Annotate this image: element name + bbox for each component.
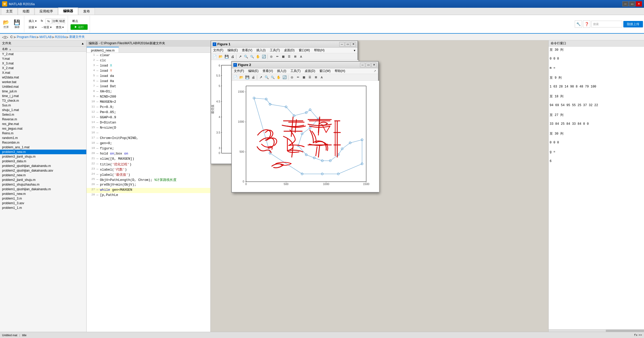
fig2-tb-save[interactable]: 💾 — [244, 75, 250, 80]
fig1-tb-pan[interactable]: ✋ — [255, 54, 261, 60]
fig1-tb-new[interactable]: 📄 — [212, 54, 218, 60]
fig2-tb-zoom-in[interactable]: 🔍 — [264, 75, 270, 80]
list-item-problem1shuju[interactable]: problem1_shujuzhauhau.m — [0, 182, 86, 187]
list-item-time-ij[interactable]: time_i_j.mat — [0, 94, 86, 98]
list-item-untitled[interactable]: Untitled.mat — [0, 84, 86, 89]
fig2-tb-annotate[interactable]: A — [319, 75, 325, 80]
fig2-tb-open[interactable]: 📂 — [239, 75, 244, 80]
figure1-titlebar[interactable]: F Figure 1 ─ ▭ ✕ — [211, 41, 357, 48]
list-item-random[interactable]: random1.m — [0, 136, 86, 140]
tab-apps[interactable]: 应用程序 — [35, 8, 58, 15]
list-item-problem3new[interactable]: problem3_new.m — [0, 150, 86, 154]
goto-btn[interactable]: →转至 ▾ — [39, 25, 53, 30]
fig2-tb-cursor[interactable]: ↗ — [258, 75, 264, 80]
figure2-close-btn[interactable]: ✕ — [371, 63, 377, 67]
fig1-menu-edit[interactable]: 编辑(E) — [225, 48, 240, 53]
nav-fwd-icon[interactable]: ▷ — [5, 35, 8, 39]
fig1-menu-tools[interactable]: 工具(T) — [268, 48, 282, 53]
fig2-tb-new[interactable]: 📄 — [233, 75, 238, 80]
breadcrumb-r2016a[interactable]: R2016a — [55, 35, 66, 39]
list-item-recombin[interactable]: Recombin.m — [0, 140, 86, 145]
figure2-minimize-btn[interactable]: ─ — [360, 63, 365, 67]
list-item-shuju[interactable]: shuju_1.mat — [0, 108, 86, 112]
list-item-problem-ans[interactable]: problem_ans_1.mat — [0, 145, 86, 150]
fig2-tb-rotate[interactable]: 🔄 — [282, 75, 287, 80]
breadcrumb-pf[interactable]: Program Files — [17, 35, 36, 39]
save-btn[interactable]: 💾 保存 — [12, 18, 22, 30]
fig2-menu-desktop[interactable]: 桌面(D) — [303, 68, 317, 74]
list-item-X[interactable]: X.mat — [0, 70, 86, 75]
list-item-sus[interactable]: Sus.m — [0, 103, 86, 108]
indent-btn[interactable]: 缩进 — [59, 18, 65, 24]
run-btn[interactable]: ▶ 运行 — [71, 24, 88, 30]
fig2-menu-view[interactable]: 查看(V) — [260, 68, 275, 74]
fig2-menu-tools[interactable]: 工具(T) — [288, 68, 303, 74]
fig2-tb-pan[interactable]: ✋ — [276, 75, 281, 80]
fig1-tb-save[interactable]: 💾 — [224, 54, 229, 60]
fig1-menu-help[interactable]: 帮助(H) — [312, 48, 327, 53]
fig2-tb-legend[interactable]: ☰ — [307, 75, 313, 80]
code-editor[interactable]: 1 — clear 2 — clc 3 — load X 4 — loa — [87, 53, 210, 332]
fig1-menu-arrow[interactable]: ▾ — [352, 48, 357, 53]
fig1-tb-open[interactable]: 📂 — [218, 54, 224, 60]
nav-back-icon[interactable]: ◁ — [2, 35, 5, 39]
fig1-menu-file[interactable]: 文件(F) — [211, 48, 225, 53]
list-item-problem2new[interactable]: problem2_new.m — [0, 173, 86, 178]
fig2-menu-help[interactable]: 帮助(H) — [333, 68, 347, 74]
fig1-tb-grid[interactable]: ⊞ — [292, 54, 298, 60]
search-btn[interactable]: 查找 ▾ — [54, 25, 66, 30]
list-item-Y[interactable]: Y.mat — [0, 56, 86, 61]
list-item-time-juli[interactable]: time_juli.m — [0, 89, 86, 94]
fig2-menu-edit[interactable]: 编辑(E) — [246, 68, 260, 74]
fig1-tb-annotate[interactable]: A — [298, 54, 304, 60]
list-item-problem1-1[interactable]: problem1_1.m — [0, 205, 86, 210]
fig2-tb-datacursor[interactable]: ◎ — [289, 75, 295, 80]
fig2-tb-brush[interactable]: ✏ — [295, 75, 301, 80]
restore-btn[interactable]: ▭ — [629, 1, 635, 6]
list-item-problem2qiuasv[interactable]: problem2_qiushijian_dakainandu.asv — [0, 168, 86, 173]
minimize-btn[interactable]: ─ — [622, 1, 628, 6]
breadcrumb-newfolder[interactable]: 新建文件夹 — [69, 35, 85, 39]
fig1-tb-rotate[interactable]: 🔄 — [261, 54, 267, 60]
open-btn[interactable]: 📂 打开 — [1, 18, 11, 30]
figure1-close-btn[interactable]: ✕ — [351, 42, 356, 47]
fig1-tb-zoom-in[interactable]: 🔍 — [243, 54, 249, 60]
fig1-tb-datacursor[interactable]: ◎ — [269, 54, 274, 60]
tab-publish[interactable]: 发布 — [78, 8, 95, 15]
list-item-problem1qiu[interactable]: problem1_qiushijian_dakainandu.m — [0, 187, 86, 192]
list-item-resjihe[interactable]: res_jihe.mat — [0, 122, 86, 126]
fig2-menu-window[interactable]: 窗口(W) — [317, 68, 333, 74]
list-item-problem1-3asv[interactable]: problem1_3.asv — [0, 201, 86, 205]
list-item-X2[interactable]: X_2.mat — [0, 66, 86, 70]
breadcrumb-matlab[interactable]: MATLAB — [40, 35, 52, 39]
fig1-tb-legend[interactable]: ☰ — [286, 54, 292, 60]
tab-plot[interactable]: 绘图 — [18, 8, 34, 15]
list-item-problem1new[interactable]: problem1_new.m — [0, 192, 86, 196]
cmd-scrollbar-thumb[interactable] — [606, 330, 644, 332]
list-item-X3[interactable]: X_3.mat — [0, 61, 86, 66]
fig1-menu-desktop[interactable]: 桌面(D) — [282, 48, 297, 53]
compare-btn[interactable]: 比较 ▾ — [27, 25, 39, 30]
figure1-restore-btn[interactable]: ▭ — [345, 42, 350, 47]
list-item-problem1-3[interactable]: problem1_3.m — [0, 196, 86, 201]
list-item-problem2jianli[interactable]: problem2_jianli_shuju.m — [0, 178, 86, 182]
tab-home[interactable]: 主页 — [1, 8, 18, 15]
list-item-select[interactable]: Select.m — [0, 112, 86, 117]
comment-btn[interactable]: 注释 — [52, 18, 58, 24]
fig1-menu-insert[interactable]: 插入(I) — [254, 48, 267, 53]
list-item-reverse[interactable]: Reverse.m — [0, 117, 86, 122]
sidebar-scroll-arrow[interactable]: ▲ — [81, 42, 84, 45]
tab-editor[interactable]: 编辑器 — [58, 8, 78, 15]
breakpoint-btn[interactable]: 断点 — [71, 18, 80, 24]
format-btn[interactable]: % — [45, 18, 52, 24]
fig1-tb-brush[interactable]: ✏ — [274, 54, 280, 60]
insert-btn[interactable]: 插入 ▾ — [27, 18, 39, 24]
fig2-tb-print[interactable]: 🖨 — [250, 75, 256, 80]
list-item-reins[interactable]: Reins.m — [0, 131, 86, 136]
fig1-tb-zoom-out[interactable]: 🔍 — [249, 54, 255, 60]
command-window[interactable]: 至 30 列 0 0 0 m = 至 9 列 1 63 28 14 98 8 4… — [549, 47, 644, 329]
fig1-menu-window[interactable]: 窗口(W) — [297, 48, 312, 53]
toolbox-btn[interactable]: 🔧 — [575, 20, 582, 28]
fig1-tb-cursor[interactable]: ↗ — [237, 54, 243, 60]
fig2-menu-file[interactable]: 文件(F) — [232, 68, 246, 74]
